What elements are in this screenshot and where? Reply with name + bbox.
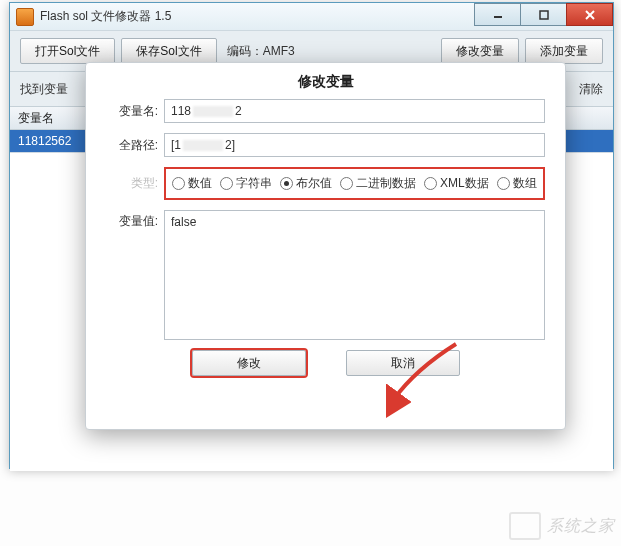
cancel-button[interactable]: 取消 xyxy=(346,350,460,376)
type-radio-string[interactable]: 字符串 xyxy=(220,175,272,192)
watermark: 系统之家 xyxy=(509,512,615,540)
modify-button[interactable]: 修改 xyxy=(192,350,306,376)
minimize-button[interactable] xyxy=(474,3,521,26)
window-title: Flash sol 文件修改器 1.5 xyxy=(40,8,171,25)
dialog-title: 修改变量 xyxy=(86,63,565,99)
save-sol-button[interactable]: 保存Sol文件 xyxy=(121,38,216,64)
encoding-label: 编码：AMF3 xyxy=(227,43,295,60)
dialog-actions: 修改 取消 xyxy=(106,350,545,376)
clear-label[interactable]: 清除 xyxy=(579,81,603,98)
found-vars-label: 找到变量 xyxy=(20,81,68,98)
type-radio-number[interactable]: 数值 xyxy=(172,175,212,192)
blurred-text xyxy=(183,140,223,151)
dialog-form: 变量名: 118 2 全路径: [1 2] 类型: 数值 字符串 布尔值 二进制… xyxy=(86,99,565,376)
var-name-label: 变量名: xyxy=(106,103,158,120)
watermark-logo-icon xyxy=(509,512,541,540)
type-radio-group: 数值 字符串 布尔值 二进制数据 XML数据 数组 xyxy=(164,167,545,200)
var-name-field[interactable]: 118 2 xyxy=(164,99,545,123)
window-buttons xyxy=(475,3,613,26)
grid-cell-name: 11812562 xyxy=(18,134,71,148)
watermark-text: 系统之家 xyxy=(547,516,615,537)
modify-variable-dialog: 修改变量 变量名: 118 2 全路径: [1 2] 类型: 数值 字符串 布尔… xyxy=(85,62,566,430)
type-radio-binary[interactable]: 二进制数据 xyxy=(340,175,416,192)
modify-var-button[interactable]: 修改变量 xyxy=(441,38,519,64)
app-icon xyxy=(16,8,34,26)
open-sol-button[interactable]: 打开Sol文件 xyxy=(20,38,115,64)
blurred-text xyxy=(193,106,233,117)
full-path-field[interactable]: [1 2] xyxy=(164,133,545,157)
type-radio-boolean[interactable]: 布尔值 xyxy=(280,175,332,192)
titlebar: Flash sol 文件修改器 1.5 xyxy=(10,3,613,31)
maximize-button[interactable] xyxy=(520,3,567,26)
type-radio-array[interactable]: 数组 xyxy=(497,175,537,192)
var-value-field[interactable]: false xyxy=(164,210,545,340)
svg-rect-1 xyxy=(540,11,548,19)
var-value-label: 变量值: xyxy=(106,210,158,230)
full-path-label: 全路径: xyxy=(106,137,158,154)
type-label: 类型: xyxy=(106,175,158,192)
type-radio-xml[interactable]: XML数据 xyxy=(424,175,489,192)
close-button[interactable] xyxy=(566,3,613,26)
add-var-button[interactable]: 添加变量 xyxy=(525,38,603,64)
